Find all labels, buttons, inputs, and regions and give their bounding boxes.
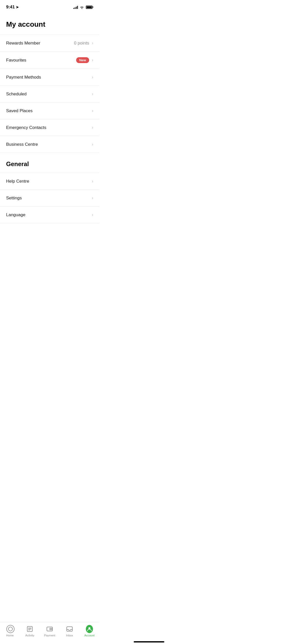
language-item[interactable]: Language › [0, 206, 99, 223]
payment-methods-item[interactable]: Payment Methods › [0, 69, 99, 85]
status-icons [73, 5, 93, 9]
chevron-right-icon: › [92, 75, 93, 80]
chevron-right-icon: › [92, 40, 93, 46]
chevron-right-icon: › [92, 91, 93, 97]
emergency-contacts-label: Emergency Contacts [6, 125, 46, 130]
signal-icon [73, 5, 78, 9]
business-centre-label: Business Centre [6, 142, 38, 147]
general-section: General Help Centre › Settings › Languag… [0, 153, 99, 223]
chevron-right-icon: › [92, 195, 93, 201]
help-centre-item[interactable]: Help Centre › [0, 173, 99, 189]
settings-item[interactable]: Settings › [0, 189, 99, 206]
favourites-item[interactable]: Favourites New › [0, 51, 99, 69]
wifi-icon [80, 6, 84, 9]
help-centre-label: Help Centre [6, 179, 29, 184]
settings-label: Settings [6, 196, 22, 201]
chevron-right-icon: › [92, 108, 93, 113]
chevron-right-icon: › [92, 142, 93, 147]
page-title: My account [0, 18, 99, 35]
account-menu-section: Rewards Member 0 points › Favourites New… [0, 35, 99, 153]
rewards-member-label: Rewards Member [6, 41, 40, 46]
scheduled-item[interactable]: Scheduled › [0, 85, 99, 102]
chevron-right-icon: › [92, 125, 93, 130]
chevron-right-icon: › [92, 212, 93, 217]
language-label: Language [6, 212, 25, 217]
scheduled-label: Scheduled [6, 92, 26, 97]
main-content: My account Rewards Member 0 points › Fav… [0, 13, 99, 249]
favourites-label: Favourites [6, 58, 26, 63]
emergency-contacts-item[interactable]: Emergency Contacts › [0, 119, 99, 136]
new-badge: New [76, 57, 89, 63]
location-arrow-icon: ➤ [16, 5, 19, 9]
chevron-right-icon: › [92, 179, 93, 184]
saved-places-label: Saved Places [6, 108, 33, 113]
rewards-member-value: 0 points [74, 41, 89, 46]
rewards-member-item[interactable]: Rewards Member 0 points › [0, 35, 99, 51]
business-centre-item[interactable]: Business Centre › [0, 136, 99, 153]
general-section-title: General [0, 153, 99, 173]
saved-places-item[interactable]: Saved Places › [0, 102, 99, 119]
chevron-right-icon: › [92, 57, 93, 63]
battery-icon [86, 6, 93, 9]
payment-methods-label: Payment Methods [6, 75, 41, 80]
status-time: 9:41 ➤ [6, 5, 19, 10]
status-bar: 9:41 ➤ [0, 0, 99, 13]
